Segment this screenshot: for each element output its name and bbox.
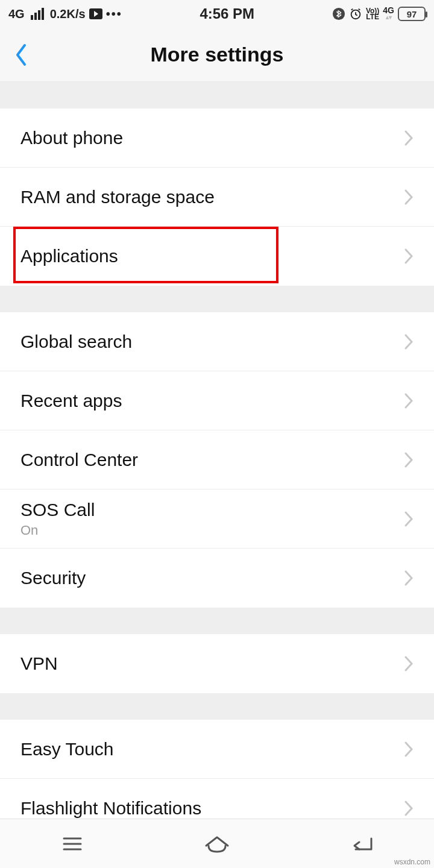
watermark: wsxdn.com	[394, 858, 430, 866]
row-label: About phone	[20, 128, 404, 148]
row-easy-touch[interactable]: Easy Touch	[0, 720, 434, 779]
app-header: More settings	[0, 28, 434, 82]
chevron-right-icon	[404, 655, 414, 672]
system-nav-bar	[0, 819, 434, 868]
row-applications[interactable]: Applications	[0, 227, 434, 286]
nav-recent-button[interactable]	[36, 826, 108, 862]
row-label: Applications	[20, 246, 404, 266]
chevron-right-icon	[404, 741, 414, 758]
chevron-right-icon	[404, 570, 414, 587]
row-label: Recent apps	[20, 391, 404, 411]
volte-icon: Vo)) LTE	[366, 8, 379, 20]
status-left: 4G 0.2K/s •••	[8, 7, 122, 21]
chevron-right-icon	[404, 189, 414, 206]
chevron-right-icon	[404, 800, 414, 817]
menu-icon	[60, 835, 84, 853]
settings-group-3: VPN	[0, 634, 434, 693]
page-title: More settings	[0, 43, 434, 66]
data-speed: 0.2K/s	[50, 7, 86, 21]
row-control-center[interactable]: Control Center	[0, 430, 434, 489]
signal-icon	[31, 8, 44, 20]
row-label: Control Center	[20, 450, 404, 470]
battery-icon: 97	[398, 7, 426, 21]
bluetooth-icon	[332, 7, 345, 20]
row-label: Flashlight Notifications	[20, 798, 404, 819]
settings-group-1: About phone RAM and storage space Applic…	[0, 108, 434, 286]
row-about-phone[interactable]: About phone	[0, 108, 434, 168]
row-label: Global search	[20, 332, 404, 352]
battery-level: 97	[407, 9, 417, 19]
chevron-right-icon	[404, 333, 414, 350]
status-time: 4:56 PM	[122, 5, 332, 22]
row-label: Easy Touch	[20, 739, 404, 760]
section-gap	[0, 286, 434, 312]
more-notifications-icon: •••	[106, 7, 122, 21]
section-gap	[0, 82, 434, 108]
row-sos-call[interactable]: SOS Call On	[0, 489, 434, 549]
row-vpn[interactable]: VPN	[0, 634, 434, 693]
section-gap	[0, 693, 434, 720]
chevron-right-icon	[404, 248, 414, 265]
section-gap	[0, 608, 434, 634]
chevron-right-icon	[404, 392, 414, 409]
chevron-right-icon	[404, 511, 414, 527]
settings-group-2: Global search Recent apps Control Center…	[0, 312, 434, 608]
chevron-right-icon	[404, 130, 414, 146]
media-icon	[89, 8, 102, 19]
content: About phone RAM and storage space Applic…	[0, 82, 434, 838]
alarm-icon	[349, 7, 362, 20]
row-label: Security	[20, 568, 404, 588]
back-button[interactable]	[0, 28, 42, 81]
row-global-search[interactable]: Global search	[0, 312, 434, 371]
network-type: 4G	[8, 7, 25, 21]
back-icon	[348, 834, 375, 854]
row-label: SOS Call	[20, 500, 404, 520]
row-label: VPN	[20, 653, 404, 674]
nav-back-button[interactable]	[326, 826, 398, 862]
status-right: Vo)) LTE 4G ▴▾ 97	[332, 7, 426, 21]
secondary-network-icon: 4G ▴▾	[383, 7, 394, 21]
row-label: RAM and storage space	[20, 187, 404, 207]
row-security[interactable]: Security	[0, 549, 434, 608]
home-icon	[203, 834, 231, 854]
nav-home-button[interactable]	[181, 826, 253, 862]
row-sublabel: On	[20, 523, 404, 538]
status-bar: 4G 0.2K/s ••• 4:56 PM Vo)) LTE 4G ▴▾ 97	[0, 0, 434, 28]
row-recent-apps[interactable]: Recent apps	[0, 371, 434, 430]
chevron-left-icon	[14, 43, 28, 67]
row-ram-storage[interactable]: RAM and storage space	[0, 168, 434, 227]
chevron-right-icon	[404, 451, 414, 468]
